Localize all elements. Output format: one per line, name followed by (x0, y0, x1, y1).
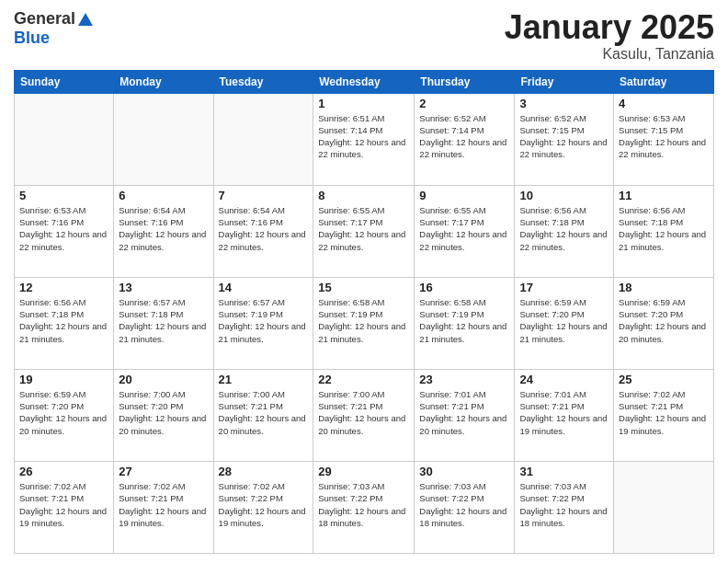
calendar-cell: 29Sunrise: 7:03 AM Sunset: 7:22 PM Dayli… (313, 461, 415, 553)
calendar-cell: 21Sunrise: 7:00 AM Sunset: 7:21 PM Dayli… (213, 369, 313, 461)
day-info: Sunrise: 7:00 AM Sunset: 7:20 PM Dayligh… (119, 388, 208, 437)
weekday-header-thursday: Thursday (415, 70, 515, 93)
weekday-header-friday: Friday (515, 70, 614, 93)
calendar-cell: 9Sunrise: 6:55 AM Sunset: 7:17 PM Daylig… (415, 185, 515, 277)
calendar-cell (614, 461, 714, 553)
day-info: Sunrise: 6:59 AM Sunset: 7:20 PM Dayligh… (19, 388, 108, 437)
day-number: 19 (19, 373, 108, 386)
logo-general: General (14, 9, 75, 29)
day-info: Sunrise: 7:02 AM Sunset: 7:21 PM Dayligh… (619, 388, 709, 437)
day-info: Sunrise: 7:02 AM Sunset: 7:21 PM Dayligh… (119, 480, 208, 529)
day-number: 9 (419, 189, 509, 202)
day-number: 8 (318, 189, 409, 202)
day-number: 1 (318, 97, 409, 110)
day-info: Sunrise: 7:03 AM Sunset: 7:22 PM Dayligh… (318, 480, 409, 529)
calendar-cell: 4Sunrise: 6:53 AM Sunset: 7:15 PM Daylig… (614, 93, 714, 185)
day-info: Sunrise: 6:56 AM Sunset: 7:18 PM Dayligh… (619, 204, 709, 253)
calendar-cell: 19Sunrise: 6:59 AM Sunset: 7:20 PM Dayli… (15, 369, 114, 461)
month-title: January 2025 (505, 9, 714, 46)
header: General Blue January 2025 Kasulu, Tanzan… (14, 9, 714, 63)
calendar-cell: 26Sunrise: 7:02 AM Sunset: 7:21 PM Dayli… (15, 461, 114, 553)
day-info: Sunrise: 7:02 AM Sunset: 7:22 PM Dayligh… (219, 480, 309, 529)
week-row-4: 19Sunrise: 6:59 AM Sunset: 7:20 PM Dayli… (15, 369, 714, 461)
day-info: Sunrise: 6:51 AM Sunset: 7:14 PM Dayligh… (318, 112, 409, 161)
day-number: 21 (219, 373, 309, 386)
calendar-cell: 22Sunrise: 7:00 AM Sunset: 7:21 PM Dayli… (313, 369, 415, 461)
day-info: Sunrise: 6:56 AM Sunset: 7:18 PM Dayligh… (519, 204, 609, 253)
calendar-cell: 5Sunrise: 6:53 AM Sunset: 7:16 PM Daylig… (15, 185, 114, 277)
week-row-5: 26Sunrise: 7:02 AM Sunset: 7:21 PM Dayli… (15, 461, 714, 553)
day-number: 30 (419, 465, 509, 478)
calendar-cell: 10Sunrise: 6:56 AM Sunset: 7:18 PM Dayli… (515, 185, 614, 277)
weekday-header-sunday: Sunday (15, 70, 114, 93)
svg-marker-0 (78, 13, 93, 26)
day-number: 3 (519, 97, 609, 110)
day-number: 6 (119, 189, 208, 202)
day-info: Sunrise: 7:03 AM Sunset: 7:22 PM Dayligh… (419, 480, 509, 529)
day-number: 16 (419, 281, 509, 294)
day-info: Sunrise: 7:01 AM Sunset: 7:21 PM Dayligh… (519, 388, 609, 437)
calendar-cell: 18Sunrise: 6:59 AM Sunset: 7:20 PM Dayli… (614, 277, 714, 369)
weekday-header-row: SundayMondayTuesdayWednesdayThursdayFrid… (15, 70, 714, 93)
calendar-cell: 6Sunrise: 6:54 AM Sunset: 7:16 PM Daylig… (114, 185, 213, 277)
day-number: 11 (619, 189, 709, 202)
day-info: Sunrise: 7:00 AM Sunset: 7:21 PM Dayligh… (219, 388, 309, 437)
day-info: Sunrise: 6:58 AM Sunset: 7:19 PM Dayligh… (318, 296, 409, 345)
calendar-cell: 12Sunrise: 6:56 AM Sunset: 7:18 PM Dayli… (15, 277, 114, 369)
day-info: Sunrise: 6:57 AM Sunset: 7:18 PM Dayligh… (119, 296, 208, 345)
calendar-cell: 7Sunrise: 6:54 AM Sunset: 7:16 PM Daylig… (213, 185, 313, 277)
day-info: Sunrise: 7:02 AM Sunset: 7:21 PM Dayligh… (19, 480, 108, 529)
calendar-cell: 30Sunrise: 7:03 AM Sunset: 7:22 PM Dayli… (415, 461, 515, 553)
day-info: Sunrise: 6:55 AM Sunset: 7:17 PM Dayligh… (318, 204, 409, 253)
day-info: Sunrise: 6:59 AM Sunset: 7:20 PM Dayligh… (619, 296, 709, 345)
calendar-cell: 16Sunrise: 6:58 AM Sunset: 7:19 PM Dayli… (415, 277, 515, 369)
day-number: 31 (519, 465, 609, 478)
calendar-cell: 23Sunrise: 7:01 AM Sunset: 7:21 PM Dayli… (415, 369, 515, 461)
title-block: January 2025 Kasulu, Tanzania (505, 9, 714, 63)
day-info: Sunrise: 6:57 AM Sunset: 7:19 PM Dayligh… (219, 296, 309, 345)
day-info: Sunrise: 6:53 AM Sunset: 7:15 PM Dayligh… (619, 112, 709, 161)
day-number: 15 (318, 281, 409, 294)
calendar-cell: 27Sunrise: 7:02 AM Sunset: 7:21 PM Dayli… (114, 461, 213, 553)
day-number: 13 (119, 281, 208, 294)
day-number: 4 (619, 97, 709, 110)
day-info: Sunrise: 6:52 AM Sunset: 7:14 PM Dayligh… (419, 112, 509, 161)
day-number: 29 (318, 465, 409, 478)
day-number: 23 (419, 373, 509, 386)
day-number: 25 (619, 373, 709, 386)
week-row-3: 12Sunrise: 6:56 AM Sunset: 7:18 PM Dayli… (15, 277, 714, 369)
day-number: 2 (419, 97, 509, 110)
day-number: 22 (318, 373, 409, 386)
day-info: Sunrise: 6:59 AM Sunset: 7:20 PM Dayligh… (519, 296, 609, 345)
calendar-cell: 1Sunrise: 6:51 AM Sunset: 7:14 PM Daylig… (313, 93, 415, 185)
calendar-cell: 28Sunrise: 7:02 AM Sunset: 7:22 PM Dayli… (213, 461, 313, 553)
day-number: 12 (19, 281, 108, 294)
day-info: Sunrise: 6:54 AM Sunset: 7:16 PM Dayligh… (219, 204, 309, 253)
weekday-header-tuesday: Tuesday (213, 70, 313, 93)
day-number: 26 (19, 465, 108, 478)
day-number: 7 (219, 189, 309, 202)
logo-arrow-icon (77, 11, 94, 28)
location: Kasulu, Tanzania (505, 46, 714, 63)
day-number: 27 (119, 465, 208, 478)
day-info: Sunrise: 7:03 AM Sunset: 7:22 PM Dayligh… (519, 480, 609, 529)
weekday-header-wednesday: Wednesday (313, 70, 415, 93)
calendar-cell: 14Sunrise: 6:57 AM Sunset: 7:19 PM Dayli… (213, 277, 313, 369)
weekday-header-monday: Monday (114, 70, 213, 93)
calendar-cell (15, 93, 114, 185)
day-number: 5 (19, 189, 108, 202)
calendar-cell: 25Sunrise: 7:02 AM Sunset: 7:21 PM Dayli… (614, 369, 714, 461)
calendar-cell (213, 93, 313, 185)
day-number: 17 (519, 281, 609, 294)
calendar-table: SundayMondayTuesdayWednesdayThursdayFrid… (14, 70, 714, 554)
day-number: 10 (519, 189, 609, 202)
logo-blue: Blue (14, 29, 50, 48)
day-info: Sunrise: 6:52 AM Sunset: 7:15 PM Dayligh… (519, 112, 609, 161)
week-row-1: 1Sunrise: 6:51 AM Sunset: 7:14 PM Daylig… (15, 93, 714, 185)
calendar-cell: 13Sunrise: 6:57 AM Sunset: 7:18 PM Dayli… (114, 277, 213, 369)
day-number: 28 (219, 465, 309, 478)
calendar-cell (114, 93, 213, 185)
day-number: 18 (619, 281, 709, 294)
calendar-cell: 11Sunrise: 6:56 AM Sunset: 7:18 PM Dayli… (614, 185, 714, 277)
day-info: Sunrise: 7:00 AM Sunset: 7:21 PM Dayligh… (318, 388, 409, 437)
